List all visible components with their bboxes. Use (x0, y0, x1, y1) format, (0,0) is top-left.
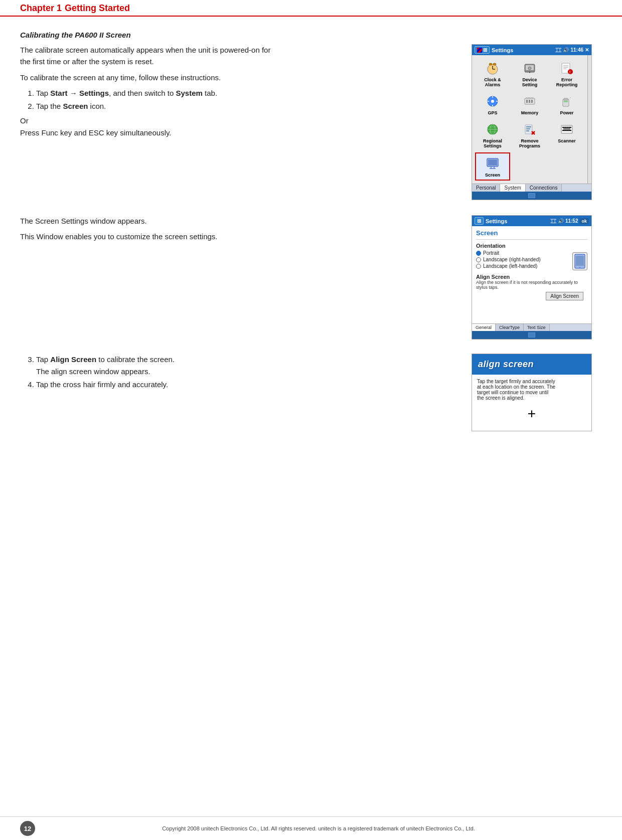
svg-rect-53 (488, 159, 497, 165)
ss2-align-screen-button[interactable]: Align Screen (546, 292, 583, 300)
step-1: Tap Start → Settings, and then switch to… (36, 87, 456, 99)
ss2-titlebar-left: ⊞ Settings (475, 217, 507, 225)
scanner-icon (559, 121, 575, 137)
regional-settings-label: RegionalSettings (483, 138, 502, 148)
screenshot-column-2: ⊞ Settings ⌶⌶ 🔊 11:52 ok Screen Ori (472, 215, 602, 340)
ss2-align-section: Align Screen Align the screen if it is n… (476, 274, 587, 300)
screen-settings-section: The Screen Settings window appears. This… (20, 215, 602, 340)
windows-flag-icon (477, 48, 482, 53)
svg-point-4 (493, 63, 496, 65)
svg-rect-40 (526, 126, 531, 127)
page-content: Calibrating the PA600 II Screen The cali… (0, 17, 622, 470)
tab-general[interactable]: General (472, 324, 496, 331)
orientation-preview-icon (572, 252, 587, 270)
ss1-taskbar (472, 192, 591, 200)
svg-rect-32 (564, 101, 568, 102)
ss2-orientation-row: Portrait Landscape (right-handed) Landsc… (476, 250, 587, 272)
screenshot-align-screen: align screen Tap the target firmly and a… (472, 354, 592, 431)
settings-item-regional[interactable]: RegionalSettings (475, 119, 510, 150)
ss1-scrollbar[interactable] (587, 55, 591, 184)
scanner-label: Scanner (558, 138, 576, 143)
ss2-volume-icon: 🔊 (558, 218, 564, 224)
ss2-divider (476, 239, 587, 240)
svg-rect-24 (531, 100, 533, 103)
or-text: Or (20, 116, 456, 125)
ss2-signal-icon: ⌶⌶ (550, 218, 556, 224)
tab-personal[interactable]: Personal (472, 184, 500, 192)
ss2-keyboard-icon[interactable] (528, 332, 535, 338)
bottom-text-col: Tap Align Screen to calibrate the screen… (20, 354, 456, 431)
para2: To calibrate the screen at any time, fol… (20, 72, 281, 83)
close-icon[interactable]: ✕ (585, 47, 589, 53)
screenshot-settings-2: ⊞ Settings ⌶⌶ 🔊 11:52 ok Screen Ori (472, 215, 592, 340)
device-setting-label: DeviceSetting (522, 77, 538, 87)
ss1-titlebar: ⊞ Settings ⌶⌶ 🔊 11:46 ✕ (472, 45, 591, 55)
svg-rect-22 (526, 100, 528, 103)
step-3: Tap Align Screen to calibrate the screen… (36, 354, 456, 378)
page-footer: 12 Copyright 2008 unitech Electronics Co… (0, 816, 622, 840)
settings-item-memory[interactable]: Memory (512, 91, 547, 117)
ss2-tabs: General ClearType Text Size (472, 323, 591, 331)
svg-rect-45 (561, 125, 572, 133)
ss2-spacer (476, 300, 587, 320)
intro-section: The calibrate screen automatically appea… (20, 44, 602, 200)
svg-rect-42 (526, 130, 529, 131)
ss2-time: 11:52 (565, 218, 578, 224)
svg-point-7 (529, 72, 531, 73)
radio-landscape-left[interactable]: Landscape (left-handed) (476, 263, 541, 269)
tab-textsize[interactable]: Text Size (524, 324, 550, 331)
error-reporting-icon: ! (559, 60, 575, 76)
ss2-ok-btn[interactable]: ok (579, 218, 589, 224)
tab-system[interactable]: System (500, 184, 525, 192)
ss3-desc-line4: the screen is aligned. (477, 395, 586, 401)
ss1-tabs: Personal System Connections (472, 184, 591, 192)
step3-alignscreen: Align Screen (50, 355, 96, 364)
ss1-start-button[interactable]: ⊞ (475, 46, 490, 54)
volume-icon: 🔊 (563, 47, 569, 53)
settings-item-remove[interactable]: RemovePrograms (512, 119, 547, 150)
step1-start: Start (50, 89, 67, 97)
radio-landscape-right[interactable]: Landscape (right-handed) (476, 257, 541, 262)
time-display: 11:46 (570, 47, 583, 53)
remove-programs-label: RemovePrograms (519, 138, 540, 148)
screen-label: Screen (485, 173, 500, 178)
memory-icon (522, 93, 538, 109)
screenshot-settings-1: ⊞ Settings ⌶⌶ 🔊 11:46 ✕ (472, 44, 592, 200)
svg-point-3 (489, 63, 492, 65)
settings-item-device[interactable]: DeviceSetting (512, 58, 547, 89)
ss2-title: Settings (486, 218, 507, 224)
ss1-start-label: ⊞ (483, 47, 487, 53)
chapter-title: Getting Started (65, 3, 130, 14)
ss2-status-icons: ⌶⌶ 🔊 11:52 ok (550, 218, 589, 224)
settings-item-clock[interactable]: Clock &Alarms (475, 58, 510, 89)
settings-item-power[interactable]: Power (549, 91, 584, 117)
screenshot-column-3: align screen Tap the target firmly and a… (472, 354, 602, 431)
gps-label: GPS (488, 110, 497, 115)
ss2-screen-heading: Screen (476, 229, 587, 237)
keyboard-icon[interactable] (528, 193, 535, 198)
step1-settings: Settings (79, 89, 109, 97)
tab-connections[interactable]: Connections (526, 184, 562, 192)
radio-landscape-right-label: Landscape (right-handed) (483, 257, 541, 262)
crosshair-symbol: + (477, 401, 586, 427)
settings-item-error[interactable]: ! ErrorReporting (549, 58, 584, 89)
settings-item-scanner[interactable]: Scanner (549, 119, 584, 150)
settings-item-screen[interactable]: Screen (475, 152, 510, 181)
ss2-align-desc: Align the screen if it is not responding… (476, 280, 587, 290)
screen-settings-para1: The Screen Settings window appears. (20, 215, 266, 227)
text-column: The calibrate screen automatically appea… (20, 44, 456, 200)
svg-point-8 (528, 67, 531, 70)
device-setting-icon (522, 60, 538, 76)
svg-rect-23 (529, 100, 530, 103)
radio-portrait[interactable]: Portrait (476, 250, 541, 256)
svg-point-59 (579, 267, 580, 268)
ss2-start-button[interactable]: ⊞ (475, 217, 484, 225)
ss2-align-title: Align Screen (476, 274, 587, 280)
ss3-desc-line3: target will continue to move until (477, 390, 586, 395)
gps-icon (485, 93, 501, 109)
settings-item-gps[interactable]: GPS (475, 91, 510, 117)
screen-settings-para2: This Window enables you to customize the… (20, 231, 266, 242)
svg-text:!: ! (569, 70, 570, 74)
tab-cleartype[interactable]: ClearType (496, 324, 524, 331)
ss3-description-area: Tap the target firmly and accurately at … (472, 375, 591, 431)
